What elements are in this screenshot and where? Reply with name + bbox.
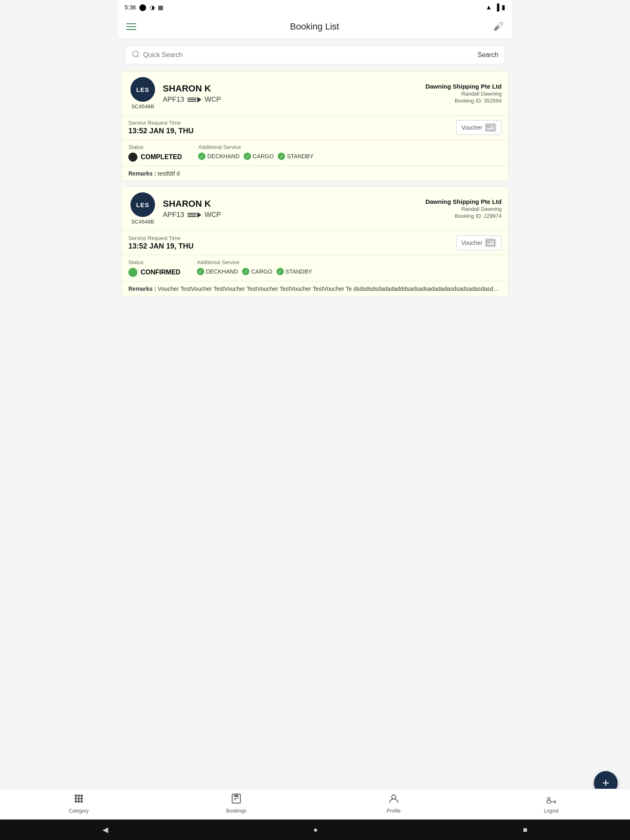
status-dot-icon: ⬤ bbox=[139, 3, 146, 11]
route-arrow-icon bbox=[187, 212, 201, 218]
booking-card: LES SC4548B SHARON K APF13 WCP Dawning S… bbox=[121, 71, 509, 181]
vessel-logo-circle: LES bbox=[130, 192, 155, 217]
search-icon bbox=[132, 50, 140, 60]
service-tag-cargo: ✓ CARGO bbox=[242, 268, 272, 275]
voucher-label: Voucher bbox=[461, 240, 482, 246]
booking-id: Booking ID: 229974 bbox=[425, 213, 502, 219]
card-service-time: Service Request Time 13:52 JAN 19, THU V… bbox=[122, 231, 508, 255]
service-label: DECKHAND bbox=[206, 268, 238, 275]
route-arrow-icon bbox=[187, 97, 201, 103]
voucher-icon bbox=[485, 238, 496, 247]
nav-item-profile[interactable]: Profile bbox=[381, 793, 406, 814]
contact-name: Randall Dawning bbox=[425, 91, 502, 97]
search-input[interactable] bbox=[143, 51, 473, 59]
svg-rect-3 bbox=[487, 126, 491, 128]
nav-label-bookings: Bookings bbox=[226, 808, 246, 814]
company-name: Dawning Shipping Pte Ltd bbox=[425, 198, 502, 205]
route-to: WCP bbox=[205, 211, 221, 219]
additional-label: Additional Service bbox=[197, 259, 312, 265]
status-time: 5:36 bbox=[125, 4, 136, 11]
route-line: APF13 WCP bbox=[163, 211, 420, 219]
voucher-button[interactable]: Voucher bbox=[456, 235, 502, 250]
nav-label-profile: Profile bbox=[387, 808, 401, 814]
card-header: LES SC4548B SHARON K APF13 WCP Dawning S… bbox=[122, 187, 508, 231]
status-dot-icon bbox=[128, 153, 137, 162]
service-label: CARGO bbox=[251, 268, 272, 275]
vessel-logo: LES SC4548B bbox=[128, 192, 157, 225]
service-label: STANDBY bbox=[285, 268, 312, 275]
paint-tool-icon[interactable]: 🖌 bbox=[493, 20, 504, 33]
additional-services: ✓ DECKHAND ✓ CARGO ✓ STANDBY bbox=[198, 153, 313, 160]
service-tag-standby: ✓ STANDBY bbox=[276, 268, 312, 275]
card-header: LES SC4548B SHARON K APF13 WCP Dawning S… bbox=[122, 71, 508, 116]
service-label: CARGO bbox=[253, 153, 274, 160]
nav-item-bookings[interactable]: Bookings bbox=[224, 793, 249, 814]
status-sim-icon: ▦ bbox=[158, 4, 163, 11]
vessel-logo: LES SC4548B bbox=[128, 77, 157, 110]
card-header-right: Dawning Shipping Pte Ltd Randall Dawning… bbox=[425, 198, 502, 219]
top-bar: Booking List 🖌 bbox=[118, 14, 512, 39]
search-button[interactable]: Search bbox=[477, 51, 498, 59]
signal-icon: ▐ bbox=[495, 4, 499, 11]
android-home-button[interactable]: ● bbox=[313, 826, 318, 834]
card-remarks: Remarks : testfdtf d bbox=[122, 166, 508, 181]
booking-card: LES SC4548B SHARON K APF13 WCP Dawning S… bbox=[121, 186, 509, 297]
svg-line-1 bbox=[137, 56, 139, 57]
service-time-label: Service Request Time bbox=[128, 235, 194, 241]
route-from: APF13 bbox=[163, 96, 184, 104]
additional-label: Additional Service bbox=[198, 144, 313, 150]
service-tag-cargo: ✓ CARGO bbox=[244, 153, 274, 160]
service-check-icon: ✓ bbox=[276, 268, 284, 275]
additional-services: ✓ DECKHAND ✓ CARGO ✓ STANDBY bbox=[197, 268, 312, 275]
voucher-label: Voucher bbox=[461, 124, 482, 131]
booking-id: Booking ID: 352594 bbox=[425, 98, 502, 104]
route-line: APF13 WCP bbox=[163, 96, 420, 104]
status-circle-icon: ◑ bbox=[150, 4, 155, 11]
service-label: STANDBY bbox=[287, 153, 313, 160]
service-check-icon: ✓ bbox=[278, 153, 285, 160]
vessel-id: SC4548B bbox=[131, 103, 154, 110]
search-bar: Search bbox=[125, 46, 505, 64]
service-check-icon: ✓ bbox=[198, 153, 205, 160]
voucher-button[interactable]: Voucher bbox=[456, 120, 502, 135]
remarks-label: Remarks : bbox=[128, 170, 156, 177]
service-time-label: Service Request Time bbox=[128, 120, 194, 126]
status-value-text: CONFIRMED bbox=[141, 269, 180, 276]
card-header-middle: SHARON K APF13 WCP bbox=[163, 83, 420, 104]
bottom-nav: Category Bookings Profile bbox=[118, 789, 512, 819]
service-time-value: 13:52 JAN 19, THU bbox=[128, 127, 194, 135]
card-header-right: Dawning Shipping Pte Ltd Randall Dawning… bbox=[425, 83, 502, 104]
vessel-name: SHARON K bbox=[163, 199, 420, 209]
android-nav-bar: ◀ ● ■ bbox=[118, 819, 512, 840]
service-check-icon: ✓ bbox=[242, 268, 249, 275]
booking-list: LES SC4548B SHARON K APF13 WCP Dawning S… bbox=[118, 71, 512, 297]
contact-name: Randall Dawning bbox=[425, 206, 502, 212]
status-label: Status bbox=[128, 144, 182, 150]
service-time-value: 13:52 JAN 19, THU bbox=[128, 242, 194, 251]
remarks-label: Remarks : bbox=[128, 285, 156, 292]
service-tag-deckhand: ✓ DECKHAND bbox=[198, 153, 240, 160]
card-status: Status COMPLETED Additional Service ✓ DE… bbox=[122, 140, 508, 166]
profile-icon bbox=[388, 793, 399, 806]
service-label: DECKHAND bbox=[207, 153, 240, 160]
svg-point-24 bbox=[392, 795, 396, 799]
wifi-icon: ▲ bbox=[486, 4, 492, 11]
status-dot-icon bbox=[128, 268, 137, 277]
route-to: WCP bbox=[205, 96, 221, 104]
card-remarks: Remarks : Voucher TestVoucher TestVouche… bbox=[122, 281, 508, 296]
service-check-icon: ✓ bbox=[197, 268, 204, 275]
vessel-name: SHARON K bbox=[163, 83, 420, 94]
remarks-value: testfdtf d bbox=[158, 170, 180, 177]
status-bar: 5:36 ⬤ ◑ ▦ ▲ ▐ ▮ bbox=[118, 0, 512, 14]
vessel-id: SC4548B bbox=[131, 219, 154, 225]
menu-button[interactable] bbox=[126, 23, 136, 30]
status-value-text: COMPLETED bbox=[141, 153, 182, 161]
svg-rect-23 bbox=[234, 795, 238, 797]
service-tag-deckhand: ✓ DECKHAND bbox=[197, 268, 238, 275]
status-label: Status bbox=[128, 259, 180, 265]
page-title: Booking List bbox=[290, 21, 339, 32]
company-name: Dawning Shipping Pte Ltd bbox=[425, 83, 502, 90]
voucher-icon bbox=[485, 123, 496, 132]
bookings-icon bbox=[231, 793, 242, 806]
card-service-time: Service Request Time 13:52 JAN 19, THU V… bbox=[122, 116, 508, 140]
